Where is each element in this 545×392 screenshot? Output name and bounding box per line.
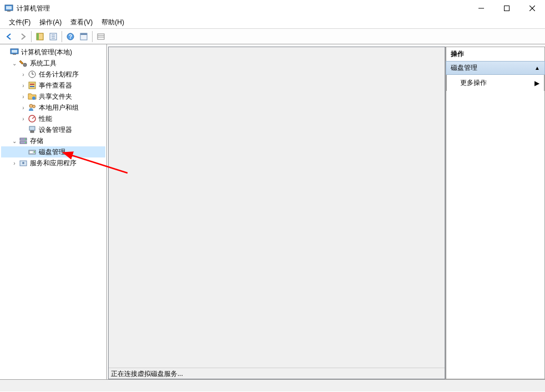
tree-performance[interactable]: › 性能 — [1, 113, 105, 124]
workspace: 计算机管理(本地) ⌄ 系统工具 › 任务计划程序 › 事件查看器 › 共享文件… — [0, 44, 545, 379]
svg-point-23 — [23, 63, 27, 67]
svg-point-45 — [22, 162, 24, 164]
storage-icon — [19, 136, 28, 145]
svg-rect-35 — [29, 126, 35, 130]
chevron-right-icon[interactable]: › — [19, 83, 28, 89]
chevron-right-icon[interactable]: › — [19, 72, 28, 78]
svg-rect-2 — [7, 11, 11, 12]
close-button[interactable] — [519, 0, 545, 17]
chevron-right-icon[interactable]: › — [10, 160, 19, 166]
maximize-button[interactable] — [494, 0, 519, 17]
back-button[interactable] — [3, 30, 16, 43]
svg-rect-17 — [98, 34, 104, 39]
actions-body: 更多操作 ▶ — [446, 75, 545, 379]
tree-label: 系统工具 — [30, 59, 57, 68]
minimize-button[interactable] — [468, 0, 494, 17]
menu-bar: 文件(F) 操作(A) 查看(V) 帮助(H) — [0, 17, 545, 29]
status-bar — [0, 379, 545, 391]
tree-label: 本地用户和组 — [39, 103, 79, 113]
tree-label: 设备管理器 — [39, 125, 72, 135]
tree-services-applications[interactable]: › 服务和应用程序 — [1, 157, 105, 169]
navigation-tree: 计算机管理(本地) ⌄ 系统工具 › 任务计划程序 › 事件查看器 › 共享文件… — [0, 44, 107, 379]
tree-label: 磁盘管理 — [39, 147, 65, 157]
show-hide-tree-button[interactable] — [34, 30, 46, 43]
toolbar-separator — [31, 31, 32, 42]
status-text: 正在连接虚拟磁盘服务... — [109, 368, 445, 379]
clock-icon — [28, 70, 37, 79]
tree-storage[interactable]: ⌄ 存储 — [1, 135, 105, 146]
content-pane: 正在连接虚拟磁盘服务... — [108, 47, 445, 379]
disk-icon — [28, 147, 37, 156]
app-icon — [4, 4, 13, 13]
services-icon — [19, 159, 28, 167]
window-controls — [468, 0, 545, 17]
event-icon — [28, 81, 37, 90]
actions-header: 操作 — [446, 47, 545, 61]
properties-button[interactable] — [47, 30, 59, 43]
chevron-right-icon[interactable]: › — [19, 94, 28, 100]
svg-point-40 — [25, 142, 26, 143]
svg-point-32 — [33, 105, 35, 108]
tree-label: 存储 — [30, 136, 43, 146]
svg-rect-36 — [30, 131, 34, 133]
toolbar-separator — [92, 31, 93, 42]
svg-point-30 — [32, 96, 35, 100]
actions-more-label: 更多操作 — [460, 78, 487, 88]
actions-section-disk-management[interactable]: 磁盘管理 ▲ — [446, 61, 545, 75]
tree-root-computer-management[interactable]: 计算机管理(本地) — [1, 47, 105, 58]
device-icon — [28, 125, 37, 134]
tree-system-tools[interactable]: ⌄ 系统工具 — [1, 58, 105, 69]
tree-event-viewer[interactable]: › 事件查看器 — [1, 80, 105, 91]
title-bar: 计算机管理 — [0, 0, 545, 17]
tree-disk-management[interactable]: 磁盘管理 — [1, 146, 105, 157]
svg-rect-27 — [29, 82, 35, 89]
menu-view[interactable]: 查看(V) — [66, 17, 97, 28]
tree-local-users-groups[interactable]: › 本地用户和组 — [1, 102, 105, 113]
refresh-button[interactable] — [78, 30, 90, 43]
users-icon — [28, 103, 37, 112]
actions-pane: 操作 磁盘管理 ▲ 更多操作 ▶ — [445, 47, 545, 379]
tools-icon — [19, 59, 28, 68]
window-title: 计算机管理 — [17, 4, 468, 13]
chevron-down-icon[interactable]: ⌄ — [10, 60, 19, 67]
list-view-button[interactable] — [95, 30, 107, 43]
chevron-right-icon[interactable]: › — [19, 116, 28, 122]
collapse-arrow-icon: ▲ — [534, 65, 540, 71]
chevron-right-icon[interactable]: › — [19, 105, 28, 111]
menu-file[interactable]: 文件(F) — [4, 17, 35, 28]
menu-help[interactable]: 帮助(H) — [97, 17, 129, 28]
tree-task-scheduler[interactable]: › 任务计划程序 — [1, 69, 105, 80]
tree-shared-folders[interactable]: › 共享文件夹 — [1, 91, 105, 102]
tree-label: 任务计划程序 — [39, 70, 79, 79]
svg-rect-16 — [80, 33, 87, 35]
submenu-arrow-icon: ▶ — [534, 79, 539, 87]
svg-rect-4 — [505, 6, 510, 11]
computer-icon — [10, 48, 19, 57]
svg-rect-21 — [12, 50, 17, 53]
performance-icon — [28, 114, 37, 123]
svg-point-31 — [29, 104, 33, 108]
toolbar: ? — [0, 29, 545, 44]
actions-more[interactable]: 更多操作 ▶ — [446, 75, 544, 91]
svg-rect-1 — [6, 6, 12, 9]
forward-button[interactable] — [17, 30, 29, 43]
folder-share-icon — [28, 92, 37, 101]
actions-section-label: 磁盘管理 — [451, 63, 477, 73]
tree-label: 性能 — [39, 114, 52, 124]
content-area — [109, 47, 445, 379]
menu-action[interactable]: 操作(A) — [35, 17, 66, 28]
svg-point-43 — [34, 151, 35, 152]
svg-rect-29 — [30, 86, 34, 87]
svg-text:?: ? — [69, 34, 72, 40]
svg-rect-42 — [30, 151, 33, 153]
svg-rect-22 — [13, 54, 16, 55]
chevron-down-icon[interactable]: ⌄ — [10, 138, 19, 144]
help-button[interactable]: ? — [64, 30, 77, 43]
svg-point-39 — [25, 139, 26, 140]
toolbar-separator — [62, 31, 62, 42]
tree-label: 事件查看器 — [39, 81, 72, 90]
svg-rect-28 — [30, 84, 34, 85]
tree-label: 计算机管理(本地) — [21, 48, 72, 57]
tree-device-manager[interactable]: 设备管理器 — [1, 124, 105, 135]
tree-label: 共享文件夹 — [39, 92, 72, 101]
